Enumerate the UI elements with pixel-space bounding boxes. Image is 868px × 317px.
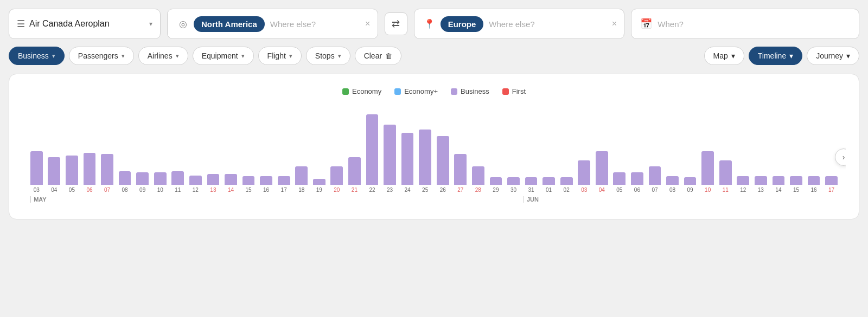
bar-date-label: 16 [810,187,816,193]
bar-date-label: 10 [705,187,711,193]
bar-col[interactable]: 17 [822,176,840,193]
filter-row: Business ▾ Passengers ▾ Airlines ▾ Equip… [9,47,859,65]
bar-col[interactable]: 24 [399,133,417,193]
passengers-filter-button[interactable]: Passengers ▾ [69,47,134,65]
bar-col[interactable]: 13 [205,174,222,193]
bar-col[interactable]: 03 [575,160,593,193]
bar [101,154,113,185]
bar [737,176,749,185]
equipment-filter-button[interactable]: Equipment ▾ [193,47,254,65]
stops-filter-button[interactable]: Stops ▾ [306,47,350,65]
bar-col[interactable]: 09 [133,172,151,193]
when-selector[interactable]: 📅 When? [631,9,859,39]
bar [401,133,414,185]
bar-col[interactable]: 19 [310,179,328,193]
bar-col[interactable]: 04 [46,157,63,193]
flight-chevron-icon: ▾ [289,53,292,60]
bar-date-label: 25 [422,187,428,193]
bar-col[interactable]: 17 [275,176,293,193]
bar-col[interactable]: 06 [81,153,99,193]
bar-date-label: 06 [86,187,92,193]
bar-col[interactable]: 05 [611,172,629,193]
bar-date-label: 27 [457,187,463,193]
bar-date-label: 31 [528,187,534,193]
bar-date-label: 12 [193,187,199,193]
origin-close-button[interactable]: × [358,19,378,29]
bar-col[interactable]: 14 [770,176,788,193]
bar-col[interactable]: 04 [593,151,611,193]
bar [295,166,308,185]
bar-col[interactable]: 10 [151,172,169,193]
bar-col[interactable]: 13 [752,176,770,193]
bar [330,166,343,185]
clear-filter-button[interactable]: Clear 🗑 [355,47,401,65]
bar [649,166,661,185]
bar-col[interactable]: 08 [116,171,134,193]
bar-col[interactable]: 10 [699,151,717,193]
destination-close-button[interactable]: × [604,19,624,29]
origin-selector[interactable]: ◎ North America Where else? × [167,9,378,39]
bar-col[interactable]: 06 [628,172,646,193]
business-legend-label: Business [461,87,489,95]
legend-business: Business [451,87,489,95]
journey-view-button[interactable]: Journey ▾ [807,47,859,65]
timeline-view-button[interactable]: Timeline ▾ [749,47,802,65]
bar-col[interactable]: 07 [646,166,664,193]
bar-col[interactable]: 15 [787,176,805,193]
airlines-chevron-icon: ▾ [176,53,179,60]
bar [419,130,431,185]
bar-date-label: 20 [334,187,340,193]
first-dot [502,88,509,95]
bar-col[interactable]: 22 [363,114,381,193]
bar-col[interactable]: 07 [98,154,116,193]
bar-col[interactable]: 18 [292,166,310,193]
bar-col[interactable]: 15 [240,176,258,193]
flight-filter-button[interactable]: Flight ▾ [258,47,302,65]
airlines-filter-button[interactable]: Airlines ▾ [138,47,188,65]
bar-col[interactable]: 29 [487,177,505,193]
bar-date-label: 17 [281,187,287,193]
bar-col[interactable]: 11 [169,171,187,193]
bar-col[interactable]: 12 [735,176,752,193]
bar-date-label: 07 [104,187,110,193]
bar-col[interactable]: 27 [452,154,470,193]
destination-selector[interactable]: 📍 Europe Where else? × [414,9,625,39]
bar-col[interactable]: 26 [434,136,452,193]
bar-col[interactable]: 16 [805,176,823,193]
destination-pill: Europe [441,16,484,32]
bar [260,176,272,185]
bar-col[interactable]: 21 [346,157,363,193]
bar-date-label: 08 [669,187,675,193]
bar [596,151,608,185]
bar-col[interactable]: 28 [469,166,487,193]
bar-col[interactable]: 20 [328,166,346,193]
bar-col[interactable]: 08 [663,176,681,193]
bar-col[interactable]: 11 [717,160,735,193]
bar-col[interactable]: 03 [28,151,46,193]
bar-col[interactable]: 16 [257,176,275,193]
bar-date-label: 13 [210,187,216,193]
bar-col[interactable]: 23 [381,125,399,193]
bar-col[interactable]: 30 [505,177,522,193]
bar-col[interactable]: 25 [416,130,434,193]
bar-col[interactable]: 01 [540,177,558,193]
bar-col[interactable]: 09 [681,177,699,193]
bar [189,176,202,185]
bar-chart-wrapper: 0304050607080910111213141516171819202122… [22,106,846,208]
map-view-button[interactable]: Map ▾ [704,47,744,65]
bar [701,151,714,185]
business-filter-button[interactable]: Business ▾ [9,47,65,65]
bar-col[interactable]: 12 [187,176,205,193]
first-label: First [512,87,526,95]
journey-label: Journey [816,51,843,60]
bar [242,176,255,185]
bar-col[interactable]: 31 [522,177,540,193]
bar-date-label: 09 [687,187,693,193]
bar [366,114,379,185]
airline-selector[interactable]: ☰ Air Canada Aeroplan ▾ [9,9,161,39]
swap-button[interactable]: ⇄ [385,12,407,35]
bar-col[interactable]: 05 [63,156,81,193]
bar-col[interactable]: 14 [222,174,240,193]
chart-container: Economy Economy+ Business First 03040506… [9,74,859,219]
bar-col[interactable]: 02 [558,177,576,193]
